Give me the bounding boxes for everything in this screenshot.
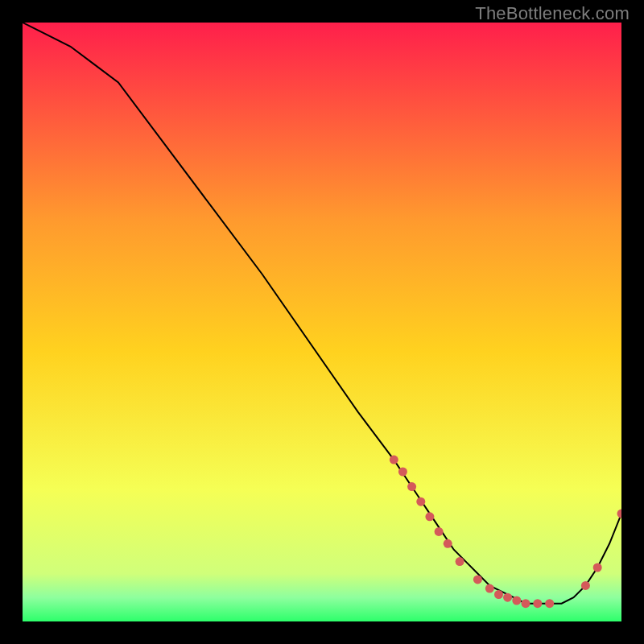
data-marker	[390, 456, 398, 464]
data-marker	[545, 599, 554, 608]
data-marker	[522, 599, 530, 608]
data-marker	[494, 590, 503, 599]
watermark-label: TheBottleneck.com	[475, 3, 630, 24]
data-marker	[512, 597, 521, 605]
data-marker	[503, 593, 512, 602]
data-marker	[398, 468, 407, 477]
data-marker	[425, 512, 434, 521]
plot-area	[23, 23, 621, 621]
data-marker	[435, 527, 444, 536]
data-marker	[407, 482, 416, 491]
data-marker	[581, 581, 590, 590]
chart-frame: TheBottleneck.com	[0, 0, 644, 644]
data-marker	[444, 539, 452, 548]
gradient-background	[23, 23, 621, 621]
data-marker	[593, 564, 602, 572]
data-marker	[416, 497, 425, 506]
plot-svg	[23, 23, 621, 621]
data-marker	[533, 599, 542, 608]
data-marker	[473, 575, 482, 584]
data-marker	[485, 584, 494, 593]
data-marker	[456, 557, 464, 566]
